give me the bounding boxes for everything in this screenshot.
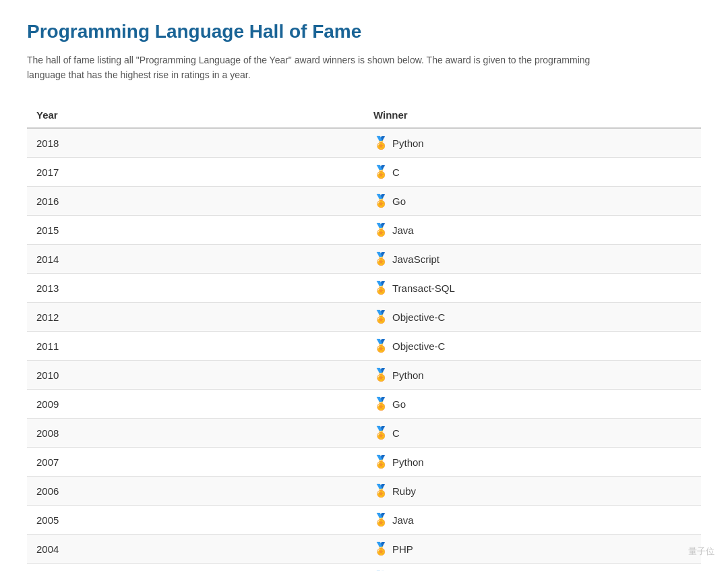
winner-cell: 🏅Python [364,361,701,390]
winner-name: Python [392,369,424,381]
winner-cell: 🏅PHP [364,535,701,564]
medal-icon: 🏅 [373,224,388,236]
table-row: 2012🏅Objective-C [27,303,701,332]
table-header-row: Year Winner [27,102,701,128]
winner-cell: 🏅C++ [364,564,701,571]
year-cell: 2003 [27,564,364,571]
table-row: 2005🏅Java [27,506,701,535]
medal-icon: 🏅 [373,166,388,178]
year-cell: 2017 [27,158,364,187]
winner-cell: 🏅Java [364,216,701,245]
year-cell: 2007 [27,448,364,477]
table-row: 2011🏅Objective-C [27,332,701,361]
year-cell: 2015 [27,216,364,245]
table-row: 2010🏅Python [27,361,701,390]
medal-icon: 🏅 [373,195,388,207]
medal-icon: 🏅 [373,456,388,468]
winner-name: Go [392,196,406,207]
winner-name: C [392,167,400,178]
year-cell: 2006 [27,477,364,506]
page-title: Programming Language Hall of Fame [27,20,701,43]
winner-name: Java [392,224,414,236]
winner-cell: 🏅C [364,419,701,448]
watermark: 量子位 [688,545,715,558]
year-cell: 2018 [27,128,364,158]
medal-icon: 🏅 [373,485,388,497]
year-cell: 2014 [27,245,364,274]
col-winner-header: Winner [364,102,701,128]
winner-cell: 🏅Python [364,448,701,477]
table-row: 2007🏅Python [27,448,701,477]
table-row: 2013🏅Transact-SQL [27,274,701,303]
medal-icon: 🏅 [373,253,388,265]
year-cell: 2005 [27,506,364,535]
medal-icon: 🏅 [373,369,388,381]
medal-icon: 🏅 [373,398,388,410]
medal-icon: 🏅 [373,282,388,294]
winner-cell: 🏅Go [364,390,701,419]
winner-cell: 🏅Objective-C [364,332,701,361]
winner-name: Python [392,138,424,149]
winner-cell: 🏅JavaScript [364,245,701,274]
table-row: 2003🏅C++ [27,564,701,571]
year-cell: 2016 [27,187,364,216]
table-row: 2018🏅Python [27,128,701,158]
winner-name: Objective-C [392,340,445,352]
table-row: 2008🏅C [27,419,701,448]
winner-cell: 🏅C [364,158,701,187]
year-cell: 2012 [27,303,364,332]
medal-icon: 🏅 [373,427,388,439]
winner-cell: 🏅Ruby [364,477,701,506]
winner-name: JavaScript [392,253,439,265]
winner-name: PHP [392,543,413,555]
table-row: 2006🏅Ruby [27,477,701,506]
year-cell: 2010 [27,361,364,390]
winner-cell: 🏅Go [364,187,701,216]
winner-cell: 🏅Java [364,506,701,535]
medal-icon: 🏅 [373,514,388,526]
winner-name: Objective-C [392,311,445,323]
medal-icon: 🏅 [373,311,388,323]
col-year-header: Year [27,102,364,128]
table-row: 2009🏅Go [27,390,701,419]
medal-icon: 🏅 [373,543,388,555]
year-cell: 2011 [27,332,364,361]
winner-name: C [392,427,400,439]
year-cell: 2009 [27,390,364,419]
winner-cell: 🏅Objective-C [364,303,701,332]
medal-icon: 🏅 [373,340,388,352]
winner-cell: 🏅Transact-SQL [364,274,701,303]
table-row: 2015🏅Java [27,216,701,245]
winner-name: Python [392,456,424,468]
medal-icon: 🏅 [373,137,388,149]
winner-name: Java [392,514,414,526]
year-cell: 2004 [27,535,364,564]
winner-name: Ruby [392,485,416,497]
table-row: 2004🏅PHP [27,535,701,564]
winner-name: Transact-SQL [392,282,455,294]
winner-name: Go [392,398,406,410]
page-description: The hall of fame listing all "Programmin… [27,53,607,83]
table-row: 2014🏅JavaScript [27,245,701,274]
hall-of-fame-table: Year Winner 2018🏅Python2017🏅C2016🏅Go2015… [27,102,701,571]
table-row: 2016🏅Go [27,187,701,216]
winner-cell: 🏅Python [364,128,701,158]
table-row: 2017🏅C [27,158,701,187]
year-cell: 2008 [27,419,364,448]
year-cell: 2013 [27,274,364,303]
